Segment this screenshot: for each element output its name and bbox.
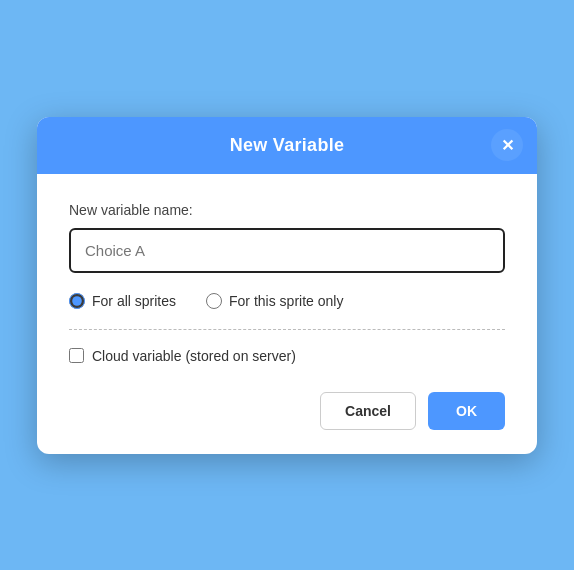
modal-footer: Cancel OK (69, 388, 505, 430)
divider (69, 329, 505, 330)
close-button[interactable]: ✕ (491, 129, 523, 161)
modal-wrapper: New Variable ✕ New variable name: For al… (37, 117, 537, 454)
ok-button[interactable]: OK (428, 392, 505, 430)
radio-this-sprite[interactable]: For this sprite only (206, 293, 343, 309)
modal-dialog: New Variable ✕ New variable name: For al… (37, 117, 537, 454)
cancel-button[interactable]: Cancel (320, 392, 416, 430)
modal-header: New Variable ✕ (37, 117, 537, 174)
modal-body: New variable name: For all sprites For t… (37, 174, 537, 454)
variable-name-input[interactable] (69, 228, 505, 273)
radio-all-sprites-label: For all sprites (92, 293, 176, 309)
field-label: New variable name: (69, 202, 505, 218)
radio-all-sprites-input[interactable] (69, 293, 85, 309)
radio-group: For all sprites For this sprite only (69, 293, 505, 309)
modal-title: New Variable (230, 135, 345, 156)
radio-this-sprite-input[interactable] (206, 293, 222, 309)
radio-this-sprite-label: For this sprite only (229, 293, 343, 309)
radio-all-sprites[interactable]: For all sprites (69, 293, 176, 309)
cloud-variable-row[interactable]: Cloud variable (stored on server) (69, 348, 505, 364)
cloud-variable-label: Cloud variable (stored on server) (92, 348, 296, 364)
cloud-variable-checkbox[interactable] (69, 348, 84, 363)
